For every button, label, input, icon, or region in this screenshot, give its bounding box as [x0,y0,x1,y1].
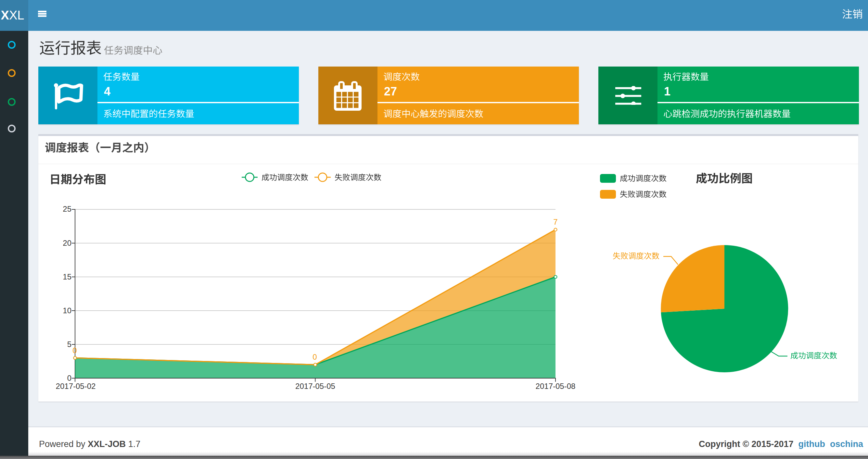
svg-text:2017-05-05: 2017-05-05 [295,382,335,391]
svg-text:2017-05-08: 2017-05-08 [536,382,576,391]
svg-text:2017-05-02: 2017-05-02 [56,382,96,391]
svg-text:0: 0 [312,353,317,361]
svg-text:5: 5 [67,340,71,349]
svg-text:0: 0 [72,346,77,355]
svg-text:0: 0 [67,373,71,383]
svg-text:7: 7 [553,218,557,226]
svg-text:10: 10 [63,306,71,315]
svg-text:15: 15 [63,272,71,281]
svg-text:25: 25 [63,204,71,213]
svg-text:20: 20 [63,238,71,248]
